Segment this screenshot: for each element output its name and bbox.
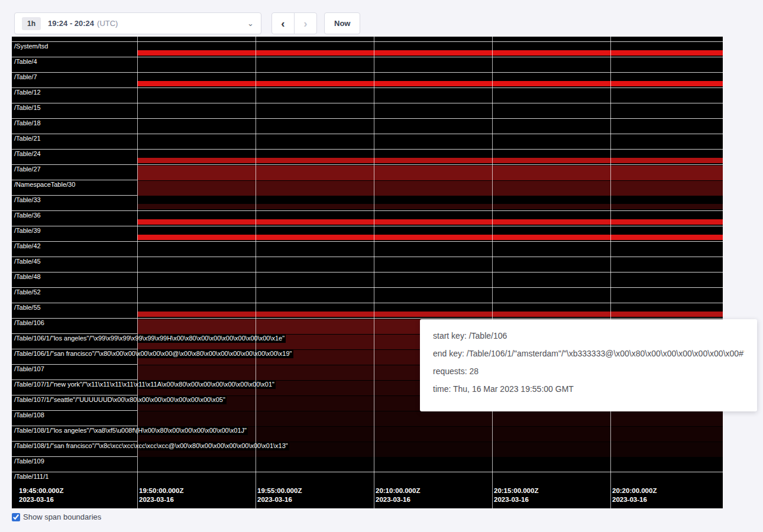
footer: Show span boundaries (12, 512, 101, 521)
row-label: /Table/45 (13, 258, 42, 266)
tooltip-start-key: start key: /Table/106 (433, 331, 744, 340)
heatmap-row[interactable]: /Table/4 (12, 57, 723, 72)
timezone-label: (UTC) (97, 19, 118, 28)
x-axis-tick: 20:10:00.000Z2023-03-16 (376, 486, 420, 504)
duration-badge: 1h (22, 17, 41, 30)
time-gridline (610, 37, 611, 508)
row-label: /Table/107/1/"new york"/"\x11\x11\x11\x1… (13, 381, 276, 389)
heatmap-row[interactable]: /Table/7 (12, 72, 723, 87)
row-label: /Table/109 (13, 458, 46, 466)
row-label: /Table/108/1/"los angeles"/"\xa8\xf5\u00… (13, 427, 248, 435)
heatmap-rows: /System/tsd/Table/4/Table/7/Table/12/Tab… (12, 41, 723, 487)
heatmap-row[interactable]: /Table/108/1/"san francisco"/"\x8c\xcc\x… (12, 441, 723, 456)
time-nav-group: ‹ › (271, 12, 317, 34)
time-gridline (374, 37, 374, 508)
x-axis-tick: 19:50:00.000Z2023-03-16 (139, 486, 183, 504)
heatmap-row[interactable]: /Table/18 (12, 118, 723, 134)
row-label: /Table/42 (13, 242, 42, 251)
x-axis-tick: 19:45:00.000Z2023-03-16 (19, 486, 63, 504)
row-heat-band (137, 166, 723, 180)
time-range-dropdown[interactable]: 1h 19:24 - 20:24 (UTC) ⌄ (14, 12, 261, 34)
x-axis-tick: 20:15:00.000Z2023-03-16 (494, 486, 538, 504)
heatmap-row[interactable]: /Table/48 (12, 272, 723, 287)
time-gridline (492, 37, 493, 508)
row-label: /Table/12 (13, 89, 42, 97)
span-tooltip: start key: /Table/106 end key: /Table/10… (420, 319, 757, 411)
row-heat-band (137, 204, 723, 209)
time-range-label: 19:24 - 20:24 (48, 19, 94, 28)
row-label: /Table/7 (13, 73, 38, 82)
time-gridline (256, 37, 256, 508)
row-label: /NamespaceTable/30 (13, 181, 76, 189)
row-heat-band (137, 312, 723, 317)
heatmap-row[interactable]: /Table/108 (12, 410, 723, 426)
heatmap-row[interactable]: /System/tsd (12, 41, 723, 57)
now-button[interactable]: Now (324, 12, 360, 34)
row-label: /Table/48 (13, 273, 42, 281)
toolbar: 1h 19:24 - 20:24 (UTC) ⌄ ‹ › Now (14, 12, 360, 34)
row-label: /Table/108 (13, 411, 46, 420)
row-label: /Table/111/1 (13, 473, 50, 481)
row-label: /Table/24 (13, 150, 42, 158)
row-label: /Table/107 (13, 365, 46, 374)
heatmap-row[interactable]: /NamespaceTable/30 (12, 180, 723, 195)
row-label: /Table/21 (13, 135, 42, 143)
row-label: /Table/27 (13, 166, 42, 174)
heatmap-row[interactable]: /Table/109 (12, 456, 723, 472)
heatmap-row[interactable]: /Table/55 (12, 303, 723, 318)
row-heat-band (137, 235, 723, 240)
show-span-boundaries-checkbox[interactable] (12, 513, 20, 521)
heatmap-row[interactable]: /Table/27 (12, 164, 723, 180)
row-label: /Table/39 (13, 227, 42, 235)
next-window-button[interactable]: › (294, 12, 317, 34)
heatmap-row[interactable]: /Table/36 (12, 210, 723, 226)
heatmap-row[interactable]: /Table/24 (12, 149, 723, 164)
row-heat-band (137, 81, 723, 86)
prev-window-button[interactable]: ‹ (271, 12, 295, 34)
row-label: /Table/106/1/"san francisco"/"\x80\x00\x… (13, 350, 293, 358)
row-label: /Table/107/1/"seattle"/"UUUUUUD\x00\x80\… (13, 396, 227, 404)
row-label: /Table/106/1/"los angeles"/"\x99\x99\x99… (13, 335, 286, 343)
row-label: /Table/4 (13, 58, 38, 66)
heatmap-row[interactable]: /Table/15 (12, 103, 723, 118)
chevron-down-icon: ⌄ (247, 19, 254, 28)
heatmap-row[interactable]: /Table/12 (12, 87, 723, 103)
heatmap-row[interactable]: /Table/33 (12, 195, 723, 210)
row-heat-band (137, 50, 723, 56)
row-label: /Table/15 (13, 104, 42, 112)
heatmap-row[interactable]: /Table/108/1/"los angeles"/"\xa8\xf5\u00… (12, 426, 723, 441)
heatmap-row[interactable]: /Table/21 (12, 134, 723, 149)
tooltip-end-key: end key: /Table/106/1/"amsterdam"/"\xb33… (433, 349, 744, 358)
x-axis-tick: 19:55:00.000Z2023-03-16 (257, 486, 302, 504)
row-label: /Table/52 (13, 288, 42, 297)
row-label: /Table/36 (13, 212, 42, 220)
row-heat-band (137, 158, 723, 163)
row-label: /Table/108/1/"san francisco"/"\x8c\xcc\x… (13, 442, 289, 450)
row-label: /Table/106 (13, 319, 46, 327)
heatmap-row[interactable]: /Table/45 (12, 257, 723, 272)
x-axis-tick: 20:20:00.000Z2023-03-16 (612, 486, 657, 504)
heatmap-row[interactable]: /Table/52 (12, 287, 723, 303)
row-heat-band (137, 181, 723, 196)
row-label: /Table/18 (13, 119, 42, 128)
row-label: /System/tsd (13, 43, 49, 51)
row-label: /Table/55 (13, 304, 42, 312)
heatmap-row[interactable]: /Table/111/1 (12, 472, 723, 487)
tooltip-time: time: Thu, 16 Mar 2023 19:55:00 GMT (433, 384, 744, 394)
row-heat-band (137, 411, 723, 426)
show-span-boundaries-label: Show span boundaries (23, 512, 101, 521)
key-visualizer-canvas[interactable]: /System/tsd/Table/4/Table/7/Table/12/Tab… (12, 37, 723, 508)
tooltip-requests: requests: 28 (433, 366, 744, 376)
row-label: /Table/33 (13, 196, 42, 205)
row-heat-band (137, 219, 723, 225)
heatmap-row[interactable]: /Table/39 (12, 226, 723, 241)
time-gridline (137, 37, 138, 508)
heatmap-row[interactable]: /Table/42 (12, 241, 723, 257)
